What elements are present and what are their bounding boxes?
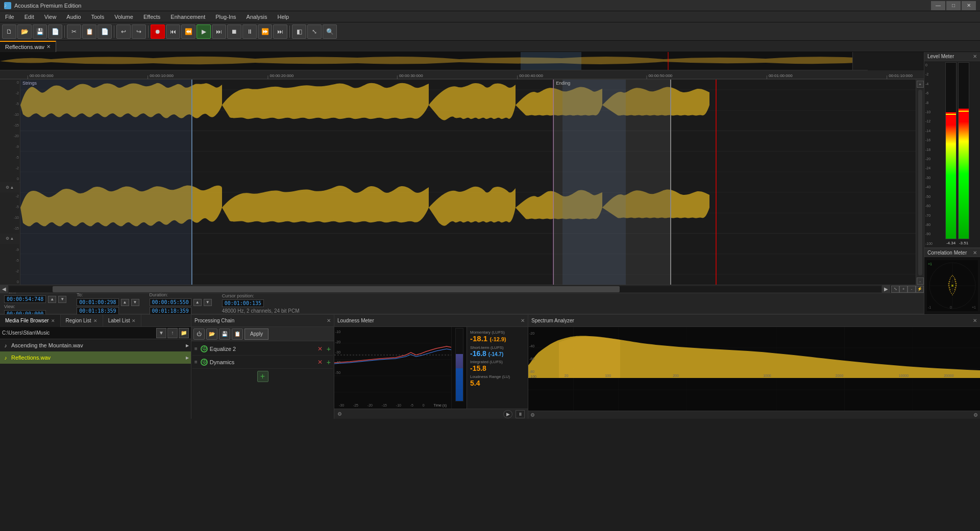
file-item-reflections[interactable]: ♪ Reflections.wav ▶ — [0, 351, 191, 364]
zoom-sel-button[interactable]: ⚡ — [916, 286, 924, 293]
copy-button[interactable]: 📋 — [82, 24, 96, 39]
open-button[interactable]: 📂 — [17, 24, 32, 39]
new-button[interactable]: 🗋 — [2, 24, 16, 39]
loudness-settings-left[interactable]: ⚙ — [337, 411, 342, 417]
proc-clipboard-btn[interactable]: 📋 — [232, 328, 243, 340]
to-value[interactable]: 00:01:00:298 — [77, 298, 118, 306]
dur-down[interactable]: ▼ — [204, 299, 212, 306]
go-start-button[interactable]: ⏮ — [166, 24, 180, 39]
proc-add-after-dynamics[interactable]: + — [327, 358, 331, 366]
spectrum-settings-right[interactable]: ⚙ — [973, 412, 978, 418]
file-play-btn-1[interactable]: ▶ — [186, 343, 189, 348]
to-down[interactable]: ▼ — [131, 299, 139, 306]
from-up[interactable]: ▲ — [48, 296, 56, 303]
cursor-value[interactable]: 00:01:00:135 — [222, 299, 264, 307]
loudness-play-btn[interactable]: ▶ — [503, 410, 512, 418]
scroll-left-button[interactable]: ◀ — [0, 285, 8, 293]
zoom-in-button[interactable]: 🔍 — [323, 24, 337, 39]
go-end-button[interactable]: ⏭ — [212, 24, 226, 39]
processing-chain-close[interactable]: ✕ — [327, 318, 331, 323]
proc-remove-eq2[interactable]: ✕ — [317, 345, 323, 352]
label-list-tab-close[interactable]: ✕ — [132, 318, 136, 323]
pause-button[interactable]: ⏸ — [242, 24, 257, 39]
level-meter-close[interactable]: ✕ — [973, 54, 977, 59]
file-play-btn-2[interactable]: ▶ — [186, 356, 189, 360]
proc-power-eq2[interactable]: ⏻ — [201, 345, 208, 352]
spectrum-close[interactable]: ✕ — [973, 318, 977, 323]
zoom-out-h-button[interactable]: - — [908, 286, 916, 293]
add-effect-button[interactable]: + — [257, 371, 268, 382]
media-file-browser-tab[interactable]: Media File Browser ✕ — [0, 315, 61, 327]
menu-item-volume[interactable]: Volume — [109, 11, 138, 22]
correlation-meter-close[interactable]: ✕ — [973, 250, 977, 256]
menu-item-file[interactable]: File — [0, 11, 19, 22]
view-duration[interactable]: 00:01:18:359 — [150, 307, 191, 314]
menu-item-effects[interactable]: Effects — [138, 11, 165, 22]
zoom-out-vertical[interactable]: - — [917, 277, 924, 285]
file-item-ascending[interactable]: ♪ Ascending the Mountain.wav ▶ — [0, 339, 191, 351]
loop-end-button[interactable]: ⏭ — [273, 24, 287, 39]
proc-effect-eq2-label[interactable]: Equalize 2 — [210, 346, 315, 352]
proc-power-btn[interactable]: ⏻ — [193, 328, 205, 340]
loudness-stop-btn[interactable]: ⏸ — [516, 410, 525, 418]
menu-item-edit[interactable]: Edit — [19, 11, 39, 22]
menu-item-enhancement[interactable]: Enhancement — [165, 11, 210, 22]
menu-item-plug-ins[interactable]: Plug-Ins — [210, 11, 241, 22]
menu-item-tools[interactable]: Tools — [86, 11, 110, 22]
cut-button[interactable]: ✂ — [67, 24, 81, 39]
path-up-button[interactable]: ↑ — [167, 328, 178, 338]
proc-effect-dynamics-label[interactable]: Dynamics — [210, 359, 315, 365]
save-button[interactable]: 💾 — [33, 24, 47, 39]
menu-item-view[interactable]: View — [39, 11, 62, 22]
zoom-fit-button[interactable]: ⤡ — [891, 286, 899, 293]
proc-save-btn[interactable]: 💾 — [219, 328, 230, 340]
zoom-out-button[interactable]: ⤡ — [307, 24, 322, 39]
menu-item-analysis[interactable]: Analysis — [241, 11, 273, 22]
from-down[interactable]: ▼ — [58, 296, 66, 303]
zoom-in-vertical[interactable]: + — [917, 81, 924, 88]
redo-button[interactable]: ↪ — [132, 24, 146, 39]
waveform-canvas-area[interactable]: Strings Ending — [20, 80, 924, 285]
play-button[interactable]: ▶ — [197, 24, 211, 39]
horizontal-scrollbar[interactable]: ◀ ▶ ⤡ + - ⚡ — [0, 285, 924, 293]
fast-forward-button[interactable]: ⏩ — [258, 24, 272, 39]
label-list-tab[interactable]: Label List ✕ — [103, 315, 142, 327]
document-tab-close[interactable]: ✕ — [46, 44, 51, 49]
path-new-folder-button[interactable]: 📁 — [179, 328, 189, 338]
proc-remove-dynamics[interactable]: ✕ — [317, 359, 323, 366]
media-browser-tab-close[interactable]: ✕ — [51, 318, 55, 323]
select-tool-button[interactable]: ◧ — [292, 24, 306, 39]
proc-power-dynamics[interactable]: ⏻ — [201, 359, 208, 366]
titlebar-controls[interactable]: — □ ✕ — [931, 1, 976, 10]
view-from[interactable]: 00:00:00:000 — [4, 310, 46, 314]
stop-button[interactable]: ⏹ — [227, 24, 241, 39]
vscroll-thumb[interactable] — [918, 90, 922, 275]
spectrum-settings-left[interactable]: ⚙ — [530, 412, 535, 418]
overview-waveform[interactable] — [0, 52, 868, 70]
proc-drag-handle-1[interactable]: ≡ — [194, 346, 198, 351]
minimize-button[interactable]: — — [931, 1, 945, 10]
from-value[interactable]: 00:00:54:748 — [4, 295, 46, 303]
scroll-right-button[interactable]: ▶ — [882, 285, 890, 293]
proc-add-after-eq2[interactable]: + — [327, 345, 331, 353]
menu-item-audio[interactable]: Audio — [61, 11, 86, 22]
duration-value[interactable]: 00:00:05:550 — [150, 298, 191, 306]
region-list-tab[interactable]: Region List ✕ — [61, 315, 103, 327]
paste-button[interactable]: 📄 — [97, 24, 112, 39]
rewind-button[interactable]: ⏪ — [181, 24, 195, 39]
menu-item-help[interactable]: Help — [273, 11, 295, 22]
to-up[interactable]: ▲ — [121, 299, 129, 306]
save-as-button[interactable]: 📄 — [48, 24, 62, 39]
record-button[interactable]: ⏺ — [151, 24, 165, 39]
apply-button[interactable]: Apply — [244, 328, 268, 340]
region-list-tab-close[interactable]: ✕ — [93, 318, 97, 323]
path-input[interactable] — [2, 330, 155, 336]
hscroll-thumb[interactable] — [53, 286, 619, 292]
proc-open-btn[interactable]: 📂 — [206, 328, 217, 340]
loudness-meter-close[interactable]: ✕ — [521, 318, 525, 323]
vertical-scrollbar[interactable]: + - — [916, 80, 924, 285]
undo-button[interactable]: ↩ — [116, 24, 131, 39]
close-button[interactable]: ✕ — [962, 1, 976, 10]
proc-drag-handle-2[interactable]: ≡ — [194, 359, 198, 365]
view-to[interactable]: 00:01:18:359 — [77, 307, 118, 314]
